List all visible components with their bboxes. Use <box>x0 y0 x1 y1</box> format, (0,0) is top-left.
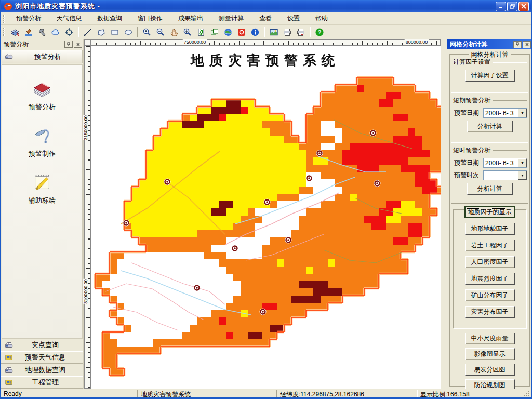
copy-layers-button[interactable] <box>208 26 221 38</box>
copy-layers-icon <box>210 28 219 37</box>
menu-item-7[interactable]: 设置 <box>280 12 308 24</box>
left-panel-pin-button[interactable] <box>64 41 73 48</box>
left-panel-close-button[interactable] <box>74 41 82 48</box>
factor-groupbox: 地质因子的显示 地形地貌因子岩土工程因子人口密度因子地震烈度因子矿山分布因子灾害… <box>453 209 526 328</box>
left-panel-title: 预警分析 <box>4 40 63 49</box>
pin-icon <box>66 42 71 47</box>
short-term-section-label: 短期预警分析 <box>453 96 527 105</box>
close-button[interactable] <box>518 2 529 11</box>
factor-button-1[interactable]: 岩土工程因子 <box>465 240 515 251</box>
short-term-date-combobox[interactable]: 2008- 6- 3 ▼ <box>483 108 527 118</box>
menu-item-8[interactable]: 帮助 <box>308 12 336 24</box>
minimize-icon <box>498 4 503 9</box>
help-icon: ? <box>315 28 324 37</box>
left-tool-1[interactable]: 预警制作 <box>2 123 82 158</box>
plotter-icon <box>4 52 14 62</box>
menu-item-3[interactable]: 窗口操作 <box>130 12 170 24</box>
app-icon <box>4 2 12 11</box>
left-section-1[interactable]: 预警天气信息 <box>1 351 83 364</box>
ellipse-tool-button[interactable] <box>122 26 135 38</box>
restore-button[interactable] <box>507 2 517 11</box>
minimize-button[interactable] <box>496 2 506 11</box>
menu-grip[interactable] <box>3 15 5 23</box>
record-stop-button[interactable] <box>235 26 248 38</box>
print-button[interactable] <box>281 26 294 38</box>
globe-button[interactable] <box>221 26 235 38</box>
toolbar-group-3 <box>267 26 308 38</box>
left-section-2[interactable]: 地理数据查询 <box>1 364 83 376</box>
menu-item-2[interactable]: 数据查询 <box>89 12 130 24</box>
zoom-in-button[interactable] <box>140 26 154 38</box>
line-tool-button[interactable] <box>81 26 95 38</box>
map-select-icon <box>10 28 20 37</box>
layer-button-0[interactable]: 中小尺度雨量 <box>465 332 515 344</box>
left-tool-0[interactable]: 预警分析 <box>2 76 82 112</box>
right-panel-pin-button[interactable] <box>513 41 522 48</box>
factor-button-4[interactable]: 矿山分布因子 <box>465 289 515 301</box>
factor-button-5[interactable]: 灾害分布因子 <box>465 306 515 318</box>
left-section-3[interactable]: 工程管理 <box>1 376 83 389</box>
map-canvas[interactable] <box>91 46 441 389</box>
left-section-0[interactable]: 灾点查询 <box>1 339 83 351</box>
center-target-button[interactable] <box>62 26 76 38</box>
pan-hand-button[interactable] <box>167 26 181 38</box>
map-image-button[interactable] <box>267 26 281 38</box>
short-time-calc-button[interactable]: 分析计算 <box>467 183 513 195</box>
left-section-label: 预警天气信息 <box>15 353 83 362</box>
hammer-tool-button[interactable] <box>35 26 49 38</box>
map-select-button[interactable] <box>8 26 22 38</box>
line-tool-icon <box>83 28 92 37</box>
zoom-extent-icon <box>183 28 192 37</box>
polygon-tool-button[interactable] <box>95 26 108 38</box>
size-grip[interactable] <box>524 391 530 397</box>
chevron-down-icon[interactable]: ▼ <box>518 109 527 117</box>
cloud-tool-button[interactable] <box>49 26 62 38</box>
chevron-down-icon[interactable]: ▼ <box>518 171 527 180</box>
print-setup-button[interactable] <box>294 26 308 38</box>
right-panel-close-button[interactable] <box>523 41 531 48</box>
info-button[interactable] <box>248 26 262 38</box>
zoom-extent-button[interactable] <box>181 26 194 38</box>
geology-factor-display-button[interactable]: 地质因子的显示 <box>464 206 515 218</box>
menu-item-1[interactable]: 天气信息 <box>49 12 89 24</box>
plotter-icon <box>4 366 14 374</box>
factor-setting-button[interactable]: 计算因子设置 <box>465 70 515 82</box>
left-panel-header[interactable]: 预警分析 <box>2 50 83 63</box>
factor-button-3[interactable]: 地震烈度因子 <box>465 273 515 285</box>
right-panel: 网格分析计算 网格分析计算 计算因子设置 计算因子设置 短期预警分析 预警日期 … <box>447 39 532 389</box>
toolbar-grip[interactable] <box>3 28 5 36</box>
ruler-top-label-1: 750000.00 <box>183 39 207 45</box>
menu-item-4[interactable]: 成果输出 <box>170 12 211 24</box>
ruler-top: 750000.00 800000.00 <box>90 39 441 46</box>
divider <box>451 142 528 143</box>
toolbar-group-1 <box>81 26 135 38</box>
menu-item-5[interactable]: 测量计算 <box>211 12 251 24</box>
left-tool-label: 预警分析 <box>29 102 56 112</box>
layer-button-1[interactable]: 影像图显示 <box>465 348 515 360</box>
status-bar: Ready 地质灾害预警系统 经纬度:114.296875,28.162686 … <box>1 389 531 397</box>
layer-button-2[interactable]: 易发分区图 <box>465 364 515 376</box>
refresh-page-button[interactable] <box>194 26 208 38</box>
refresh-page-icon <box>196 28 206 37</box>
factor-button-0[interactable]: 地形地貌因子 <box>465 223 515 235</box>
factor-button-2[interactable]: 人口密度因子 <box>465 256 515 268</box>
paint-tool-button[interactable] <box>22 26 35 38</box>
short-time-times-combobox[interactable]: ▼ <box>483 170 527 180</box>
weather-machine-icon <box>4 353 14 362</box>
short-term-date-label: 预警日期 <box>454 109 483 117</box>
groupbox-label: 网格分析计算 <box>469 50 511 59</box>
status-separator <box>137 390 138 397</box>
short-time-date-combobox[interactable]: 2008- 6- 3 ▼ <box>483 158 527 168</box>
short-term-calc-button[interactable]: 分析计算 <box>467 121 513 132</box>
left-tool-label: 预警制作 <box>29 149 56 158</box>
zoom-out-button[interactable] <box>154 26 167 38</box>
rect-tool-button[interactable] <box>108 26 122 38</box>
menu-item-0[interactable]: 预警分析 <box>8 12 49 24</box>
ruler-left: 3150000.00 3100000.00 <box>84 46 90 389</box>
chevron-down-icon[interactable]: ▼ <box>518 158 527 167</box>
left-tool-2[interactable]: 辅助标绘 <box>2 170 82 205</box>
warn-make-icon <box>30 123 54 147</box>
help-button[interactable]: ? <box>313 26 326 38</box>
zoom-out-icon <box>156 28 165 37</box>
menu-item-6[interactable]: 查看 <box>251 12 280 24</box>
